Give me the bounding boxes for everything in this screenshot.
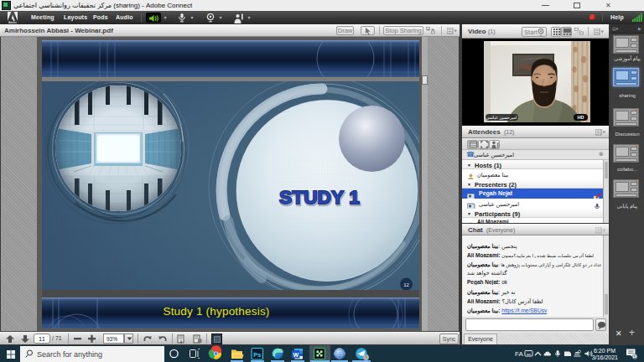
svg-text:W: W: [293, 352, 299, 358]
svg-text:STUDY 1: STUDY 1: [279, 187, 360, 208]
svg-text:5: 5: [634, 354, 636, 359]
svg-text:HD: HD: [578, 115, 584, 120]
svg-text:Adobe: Adobe: [8, 21, 17, 24]
svg-text:FA: FA: [515, 350, 523, 358]
svg-text:6:20 PM: 6:20 PM: [594, 348, 615, 354]
svg-text:12: 12: [403, 282, 409, 287]
svg-text:امیرحسین عباسی: امیرحسین عباسی: [486, 115, 517, 120]
svg-text:3/16/2021: 3/16/2021: [592, 354, 618, 360]
svg-text:Ps: Ps: [253, 351, 261, 359]
